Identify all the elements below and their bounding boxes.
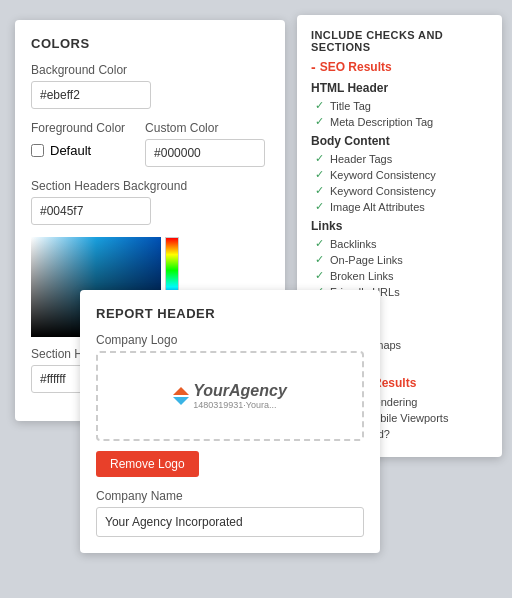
report-title: REPORT HEADER <box>96 306 364 321</box>
check-broken-links: ✓ Broken Links <box>311 269 488 282</box>
links-title: Links <box>311 219 488 233</box>
seo-toggle-icon: - <box>311 59 316 75</box>
checks-title: INCLUDE CHECKS AND SECTIONS <box>311 29 488 53</box>
logo-preview: YourAgency 1480319931·Youra... <box>173 382 287 410</box>
background-color-input[interactable] <box>31 81 151 109</box>
section-headers-bg-label: Section Headers Background <box>31 179 269 193</box>
check-icon: ✓ <box>315 152 324 165</box>
check-keyword-consistency-1: ✓ Keyword Consistency <box>311 168 488 181</box>
check-meta-desc: ✓ Meta Description Tag <box>311 115 488 128</box>
remove-logo-button[interactable]: Remove Logo <box>96 451 199 477</box>
foreground-color-label: Foreground Color <box>31 121 125 135</box>
check-label: Title Tag <box>330 100 371 112</box>
check-icon: ✓ <box>315 184 324 197</box>
check-label: On-Page Links <box>330 254 403 266</box>
check-onpage-links: ✓ On-Page Links <box>311 253 488 266</box>
check-label: Broken Links <box>330 270 394 282</box>
foreground-color-col: Foreground Color Default <box>31 121 125 167</box>
check-icon: ✓ <box>315 115 324 128</box>
logo-sub-text: 1480319931·Youra... <box>193 400 287 410</box>
logo-chevrons <box>173 387 189 405</box>
check-label: Keyword Consistency <box>330 185 436 197</box>
colors-title: COLORS <box>31 36 269 51</box>
check-label: Backlinks <box>330 238 376 250</box>
check-label: Meta Description Tag <box>330 116 433 128</box>
default-checkbox-row: Default <box>31 143 125 158</box>
check-label: Header Tags <box>330 153 392 165</box>
report-card: REPORT HEADER Company Logo YourAgency 14… <box>80 290 380 553</box>
fg-custom-row: Foreground Color Default Custom Color <box>31 121 269 167</box>
chevron-up-icon <box>173 387 189 395</box>
check-header-tags: ✓ Header Tags <box>311 152 488 165</box>
background-color-field: Background Color <box>31 63 269 109</box>
logo-upload-area[interactable]: YourAgency 1480319931·Youra... <box>96 351 364 441</box>
check-icon: ✓ <box>315 253 324 266</box>
background-color-label: Background Color <box>31 63 269 77</box>
check-title-tag: ✓ Title Tag <box>311 99 488 112</box>
check-icon: ✓ <box>315 168 324 181</box>
custom-color-input[interactable] <box>145 139 265 167</box>
check-icon: ✓ <box>315 269 324 282</box>
company-name-input[interactable] <box>96 507 364 537</box>
check-icon: ✓ <box>315 99 324 112</box>
default-label: Default <box>50 143 91 158</box>
check-icon: ✓ <box>315 237 324 250</box>
check-label: Keyword Consistency <box>330 169 436 181</box>
body-content-title: Body Content <box>311 134 488 148</box>
seo-section-label: SEO Results <box>320 60 392 74</box>
check-label: Image Alt Attributes <box>330 201 425 213</box>
logo-icon: YourAgency 1480319931·Youra... <box>173 382 287 410</box>
logo-agency-text: YourAgency <box>193 382 287 400</box>
seo-section-toggle[interactable]: - SEO Results <box>311 59 488 75</box>
check-icon: ✓ <box>315 200 324 213</box>
custom-color-col: Custom Color <box>145 121 265 167</box>
custom-color-label: Custom Color <box>145 121 265 135</box>
check-keyword-consistency-2: ✓ Keyword Consistency <box>311 184 488 197</box>
chevron-down-icon <box>173 397 189 405</box>
company-logo-label: Company Logo <box>96 333 364 347</box>
section-headers-bg-input[interactable] <box>31 197 151 225</box>
check-backlinks: ✓ Backlinks <box>311 237 488 250</box>
company-name-label: Company Name <box>96 489 364 503</box>
check-image-alt: ✓ Image Alt Attributes <box>311 200 488 213</box>
logo-text-block: YourAgency 1480319931·Youra... <box>193 382 287 410</box>
html-header-title: HTML Header <box>311 81 488 95</box>
section-headers-bg-field: Section Headers Background <box>31 179 269 225</box>
default-checkbox[interactable] <box>31 144 44 157</box>
